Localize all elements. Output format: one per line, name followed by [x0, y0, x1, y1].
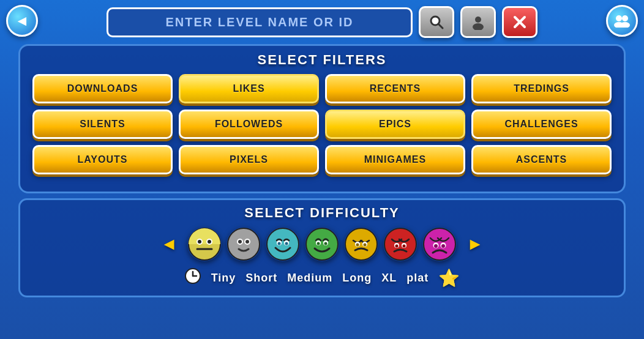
svg-point-19	[238, 240, 242, 244]
difficulty-face-easy[interactable]	[266, 227, 300, 261]
difficulty-row: ◄ ►	[30, 227, 614, 261]
difficulty-face-na[interactable]	[187, 227, 222, 261]
svg-point-45	[441, 244, 445, 248]
svg-point-21	[267, 228, 299, 260]
difficulty-right-arrow[interactable]: ►	[462, 231, 489, 258]
svg-point-31	[345, 228, 377, 260]
svg-point-30	[324, 242, 328, 245]
length-btn-medium[interactable]: Medium	[287, 272, 332, 285]
filter-btn-layouts[interactable]: LAYOUTS	[32, 145, 173, 174]
star-icon[interactable]: ⭐	[438, 268, 460, 288]
svg-point-6	[475, 17, 481, 23]
filter-btn-recents[interactable]: RECENTS	[325, 74, 465, 103]
filter-btn-ascents[interactable]: ASCENTS	[471, 145, 612, 174]
filters-panel: SELECT FILTERS DOWNLOADSLIKESRECENTSTRED…	[18, 44, 626, 193]
svg-point-39	[395, 245, 399, 248]
svg-point-44	[434, 244, 438, 248]
difficulty-title: SELECT DIFFICULTY	[30, 205, 614, 221]
svg-point-35	[364, 244, 367, 247]
svg-point-13	[198, 240, 201, 244]
filter-btn-downloads[interactable]: DOWNLOADS	[32, 74, 173, 103]
difficulty-face-insane[interactable]	[422, 227, 457, 261]
search-icon-btn[interactable]	[419, 6, 454, 38]
filter-btn-followeds[interactable]: FOLLOWEDS	[179, 110, 319, 139]
svg-point-41	[424, 228, 455, 260]
difficulty-face-hard[interactable]	[344, 227, 378, 261]
difficulty-panel: SELECT DIFFICULTY ◄ ► TinyShort	[18, 198, 626, 297]
svg-point-16	[228, 228, 260, 260]
svg-point-7	[473, 23, 484, 30]
length-row: TinyShortMediumLongXLplat⭐	[30, 267, 614, 288]
difficulty-face-normal[interactable]	[305, 227, 339, 261]
svg-point-34	[356, 244, 359, 247]
clock-icon	[184, 267, 201, 288]
svg-point-29	[317, 242, 320, 245]
svg-point-36	[384, 228, 416, 260]
filter-btn-minigames[interactable]: MINIGAMES	[325, 145, 465, 174]
svg-point-40	[403, 245, 406, 248]
filters-title: SELECT FILTERS	[32, 52, 612, 68]
difficulty-face-harder[interactable]	[383, 227, 417, 261]
svg-point-20	[245, 240, 249, 244]
svg-point-26	[306, 228, 338, 260]
search-input[interactable]: ENTER LEVEL NAME OR ID	[107, 7, 413, 37]
filter-btn-tredings[interactable]: TREDINGS	[471, 74, 612, 103]
length-btn-long[interactable]: Long	[342, 272, 372, 285]
difficulty-face-auto[interactable]	[227, 227, 261, 261]
filters-grid: DOWNLOADSLIKESRECENTSTREDINGSSILENTSFOLL…	[32, 74, 612, 174]
filter-btn-epics[interactable]: EPICS	[325, 110, 465, 139]
close-icon-btn[interactable]	[502, 6, 537, 38]
user-icon-btn[interactable]	[460, 6, 496, 38]
svg-point-14	[208, 240, 211, 244]
filter-btn-pixels[interactable]: PIXELS	[179, 145, 319, 174]
svg-point-24	[278, 242, 281, 245]
filter-btn-silents[interactable]: SILENTS	[32, 110, 173, 139]
length-btn-tiny[interactable]: Tiny	[211, 272, 236, 285]
filter-btn-challenges[interactable]: CHALLENGES	[471, 110, 612, 139]
svg-line-5	[438, 24, 443, 28]
length-btn-xl[interactable]: XL	[381, 272, 397, 285]
difficulty-left-arrow[interactable]: ◄	[155, 231, 182, 258]
filter-btn-likes[interactable]: LIKES	[179, 74, 319, 103]
length-btn-short[interactable]: Short	[245, 272, 277, 285]
svg-point-25	[285, 242, 288, 245]
length-btn-plat[interactable]: plat	[406, 272, 429, 285]
